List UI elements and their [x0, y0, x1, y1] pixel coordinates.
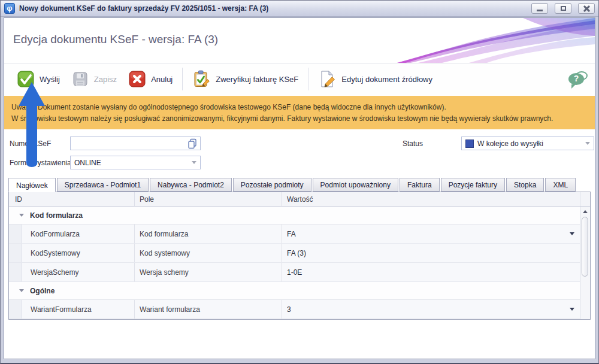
tab-naglowek[interactable]: Nagłówek	[8, 178, 56, 192]
pointer-arrow	[17, 80, 46, 169]
group-row-ogolne[interactable]: Ogólne	[9, 282, 580, 300]
tab-podmiot-upowazniony[interactable]: Podmiot upoważniony	[313, 178, 398, 192]
save-label: Zapisz	[94, 75, 117, 84]
toolbar-separator	[308, 68, 308, 90]
vertical-scrollbar[interactable]	[580, 207, 590, 319]
titlebar: φ Nowy dokument KSeF do faktury sprzedaż…	[1, 1, 598, 17]
group-row-kod-formularza[interactable]: Kod formularza	[9, 207, 580, 225]
row-gutter	[9, 263, 22, 281]
save-floppy-icon	[72, 71, 89, 87]
tab-strip: Nagłówek Sprzedawca - Podmiot1 Nabywca -…	[8, 178, 595, 192]
tab-pozycje-faktury[interactable]: Pozycje faktury	[441, 178, 505, 192]
group-label: Kod formularza	[30, 211, 83, 220]
row-gutter	[9, 244, 22, 262]
grid-header-row: ID Pole Wartość	[9, 192, 590, 207]
forma-wystawienia-value: ONLINE	[74, 159, 188, 167]
cancel-label: Anuluj	[151, 75, 173, 84]
cell-dropdown	[564, 244, 580, 262]
verify-invoice-button[interactable]: Zweryfikuj fakturę KSeF	[186, 68, 304, 90]
decorative-swoosh	[397, 18, 595, 63]
cell-dropdown[interactable]	[564, 300, 580, 318]
scroll-up-icon[interactable]	[583, 210, 588, 213]
help-bubble-icon: ?	[568, 71, 588, 87]
page-header: Edycja dokumentu KSeF - wersja: FA (3)	[4, 18, 595, 63]
warning-line-2: W środowisku testowym należy się posługi…	[11, 113, 588, 125]
cancel-x-icon	[129, 71, 146, 87]
property-grid: ID Pole Wartość Kod formularza KodFormul…	[8, 192, 591, 320]
cell-dropdown[interactable]	[564, 225, 580, 243]
warning-banner: Uwaga! Dokument zostanie wysłany do ogól…	[4, 96, 595, 129]
status-color-swatch	[465, 139, 474, 148]
save-button[interactable]: Zapisz	[66, 68, 123, 90]
window-title: Nowy dokument KSeF do faktury sprzedaży …	[19, 4, 525, 13]
scrollbar-thumb[interactable]	[582, 217, 588, 277]
tab-nabywca-podmiot2[interactable]: Nabywca - Podmiot2	[150, 178, 232, 192]
tab-pozostale-podmioty[interactable]: Pozostałe podmioty	[233, 178, 311, 192]
table-row[interactable]: WersjaSchemy Wersja schemy 1-0E	[9, 263, 580, 282]
edit-document-icon	[318, 70, 336, 88]
page-title: Edycja dokumentu KSeF - wersja: FA (3)	[13, 33, 218, 46]
cell-wartosc[interactable]: FA	[282, 225, 564, 243]
status-value: W kolejce do wysyłki	[477, 139, 582, 148]
chevron-down-icon	[585, 142, 590, 145]
collapse-triangle-icon[interactable]	[19, 214, 24, 217]
close-icon	[583, 5, 590, 12]
tab-stopka[interactable]: Stopka	[506, 178, 544, 192]
verify-label: Zweryfikuj fakturę KSeF	[216, 75, 298, 84]
grid-body: Kod formularza KodFormularza Kod formula…	[9, 207, 590, 319]
edit-source-label: Edytuj dokument źródłowy	[341, 75, 432, 84]
table-row[interactable]: KodSystemowy Kod systemowy FA (3)	[9, 244, 580, 263]
maximize-icon	[561, 6, 566, 11]
status-label: Status	[403, 139, 423, 148]
help-question-glyph: ?	[568, 74, 584, 83]
cell-pole: Kod formularza	[135, 225, 282, 243]
cell-id: WariantFormularza	[22, 300, 135, 318]
tab-xml[interactable]: XML	[545, 178, 576, 192]
table-row[interactable]: KodFormularza Kod formularza FA	[9, 225, 580, 244]
minimize-button[interactable]	[531, 3, 548, 14]
cell-pole: Kod systemowy	[135, 244, 282, 262]
toolbar: Wyślij Zapisz Anuluj	[4, 63, 595, 95]
edit-source-button[interactable]: Edytuj dokument źródłowy	[312, 68, 438, 90]
form-area: Numer KSeF Forma wystawienia ONLINE Stat…	[4, 129, 595, 175]
cell-id: KodFormularza	[22, 225, 135, 243]
column-header-id[interactable]: ID	[9, 192, 135, 206]
cell-id: WersjaSchemy	[22, 263, 135, 281]
cell-id: KodSystemowy	[22, 244, 135, 262]
cancel-button[interactable]: Anuluj	[123, 68, 179, 90]
minimize-icon	[537, 10, 543, 11]
row-gutter	[9, 300, 22, 318]
help-button[interactable]: ?	[568, 71, 588, 87]
cell-dropdown	[564, 263, 580, 281]
cell-pole: Wariant formularza	[135, 300, 282, 318]
app-icon: φ	[4, 3, 15, 14]
column-header-wartosc[interactable]: Wartość	[282, 192, 580, 206]
app-window: φ Nowy dokument KSeF do faktury sprzedaż…	[0, 0, 599, 364]
window-content: Edycja dokumentu KSeF - wersja: FA (3) W…	[4, 17, 595, 359]
close-button[interactable]	[578, 3, 595, 14]
toolbar-separator	[182, 68, 183, 90]
chevron-down-icon	[192, 161, 196, 164]
numer-ksef-input[interactable]	[74, 139, 187, 148]
tab-faktura[interactable]: Faktura	[400, 178, 440, 192]
tab-sprzedawca-podmiot1[interactable]: Sprzedawca - Podmiot1	[57, 178, 149, 192]
cell-pole: Wersja schemy	[135, 263, 282, 281]
table-row[interactable]: WariantFormularza Wariant formularza 3	[9, 300, 580, 319]
column-header-pole[interactable]: Pole	[135, 192, 282, 206]
warning-line-1: Uwaga! Dokument zostanie wysłany do ogól…	[11, 102, 588, 113]
cell-wartosc[interactable]: FA (3)	[282, 244, 564, 262]
copy-icon[interactable]	[187, 138, 197, 149]
forma-wystawienia-select[interactable]: ONLINE	[70, 156, 201, 169]
chevron-down-icon	[570, 308, 574, 311]
status-select[interactable]: W kolejce do wysyłki	[461, 136, 594, 150]
grid-header-scrollbar-cell	[580, 192, 590, 206]
chevron-down-icon	[570, 232, 574, 235]
collapse-triangle-icon[interactable]	[19, 289, 24, 292]
group-label: Ogólne	[30, 287, 55, 295]
maximize-button[interactable]	[555, 3, 571, 14]
row-gutter	[9, 225, 22, 243]
cell-wartosc[interactable]: 3	[282, 300, 564, 318]
verify-clipboard-icon	[192, 70, 210, 88]
numer-ksef-field	[70, 136, 201, 150]
cell-wartosc[interactable]: 1-0E	[282, 263, 564, 281]
